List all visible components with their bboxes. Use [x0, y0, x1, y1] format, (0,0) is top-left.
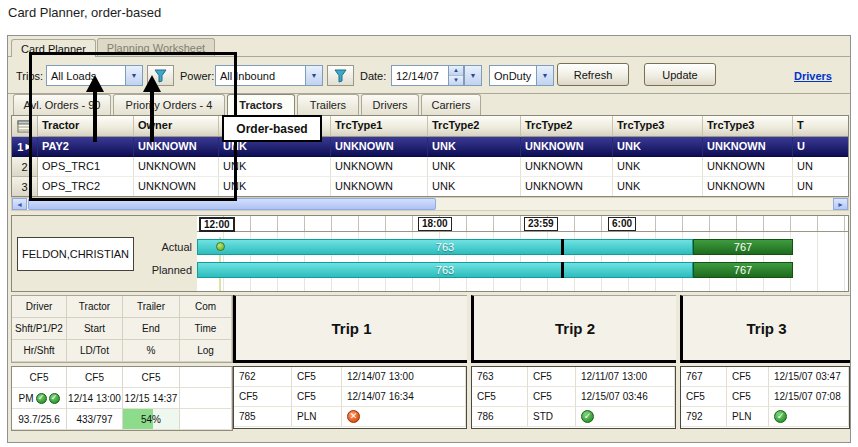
chevron-down-icon[interactable]: ▼	[536, 66, 553, 85]
trip-cell: 767	[681, 367, 727, 387]
tab-drivers[interactable]: Drivers	[361, 94, 419, 115]
grid-cell[interactable]: UNK	[613, 157, 703, 177]
date-spinner[interactable]: ▲▼	[449, 65, 464, 86]
drivers-link[interactable]: Drivers	[794, 70, 832, 82]
trip-1-title: Trip 1	[331, 320, 371, 337]
trip-1-header: Trip 1	[233, 295, 467, 363]
trip-2-details: 763 CF5 12/11/07 13:00 CF5 CF5 12/15/07 …	[471, 366, 676, 429]
grid-cell[interactable]: UNKNOWN	[703, 137, 793, 157]
column-header-trctype3[interactable]: TrcType3	[613, 116, 703, 137]
summary-header-cell: Com	[180, 296, 232, 318]
trip-cell: CF5	[727, 387, 769, 407]
driver-name-card[interactable]: FELDON,CHRISTIAN	[17, 237, 134, 271]
trip-3-title: Trip 3	[746, 320, 786, 337]
summary-cell	[180, 388, 232, 409]
grid-cell[interactable]: UNKNOWN	[703, 177, 793, 197]
screenshot-root: Card Planner, order-based Card Planner P…	[0, 0, 858, 447]
time-tick: 23:59	[524, 217, 558, 231]
timeline-ruler	[197, 216, 848, 232]
grid-cell[interactable]: UN	[793, 177, 849, 197]
scroll-left-icon[interactable]: ◄	[12, 198, 27, 210]
column-header-trctype2b[interactable]: TrcType2	[521, 116, 613, 137]
callout-arrow-line	[150, 92, 154, 142]
refresh-button[interactable]: Refresh	[557, 63, 629, 86]
shift-value: PM	[19, 393, 34, 404]
progress-percent: 54%	[141, 414, 161, 425]
summary-cell: 433/797	[67, 409, 123, 430]
column-header-trctype3b[interactable]: TrcType3	[703, 116, 793, 137]
current-position-marker-icon	[216, 242, 225, 251]
grid-cell[interactable]: UNK	[613, 177, 703, 197]
chevron-down-icon[interactable]: ▼	[305, 66, 322, 85]
callout-arrow-line	[93, 92, 97, 142]
trip-cell	[342, 407, 466, 427]
day-boundary-tick	[561, 239, 564, 255]
grid-cell[interactable]: UNKNOWN	[521, 177, 613, 197]
summary-header-cell: Time	[180, 318, 232, 340]
grid-cell[interactable]: UNKNOWN	[331, 137, 428, 157]
spin-down-icon[interactable]: ▼	[449, 76, 463, 85]
trip-cell: 12/14/07 16:34	[342, 387, 466, 407]
trip-3-header: Trip 3	[680, 295, 850, 363]
summary-cell	[180, 367, 232, 388]
time-tick: 12:00	[199, 217, 235, 232]
trip-cell: 785	[234, 407, 292, 427]
trip-cell: CF5	[292, 387, 342, 407]
grid-cell[interactable]: U	[793, 137, 849, 157]
trip-cell	[576, 407, 675, 427]
tab-carriers[interactable]: Carriers	[421, 94, 481, 115]
grid-cell[interactable]: UNK	[428, 157, 521, 177]
filter-icon	[333, 68, 349, 83]
trip-cell: CF5	[292, 367, 342, 387]
spin-up-icon[interactable]: ▲	[449, 66, 463, 76]
driver-schedule-gantt: 12:00 18:00 23:59 6:00 FELDON,CHRISTIAN …	[11, 215, 849, 292]
column-header-trctype2[interactable]: TrcType2	[428, 116, 521, 137]
grid-cell[interactable]: UNKNOWN	[331, 177, 428, 197]
row-number: 1	[17, 141, 23, 153]
tab-tractors[interactable]: Tractors	[227, 94, 295, 115]
shift-progress-bar: 54%	[123, 409, 180, 430]
trip-cell: 12/15/07 03:46	[576, 387, 675, 407]
trip-cell: CF5	[528, 367, 576, 387]
scroll-right-icon[interactable]: ►	[833, 198, 848, 210]
chevron-down-icon[interactable]: ▼	[465, 66, 481, 85]
grid-cell[interactable]: UNKNOWN	[331, 157, 428, 177]
column-header-t[interactable]: T	[793, 116, 849, 137]
actual-row-label: Actual	[134, 241, 192, 253]
planned-trip-bar[interactable]: 767	[693, 262, 793, 278]
trip-cell: 12/15/07 03:47	[769, 367, 849, 387]
trip-cell: PLN	[292, 407, 342, 427]
grid-cell[interactable]: UNKNOWN	[521, 137, 613, 157]
page-title: Card Planner, order-based	[8, 5, 161, 20]
column-header-trctype1[interactable]: TrcType1	[331, 116, 428, 137]
grid-cell[interactable]: UNK	[428, 177, 521, 197]
planned-trip-bar[interactable]: 763	[197, 262, 693, 278]
trip-status-icon	[774, 410, 787, 423]
summary-header-cell: Log	[180, 340, 232, 362]
duty-ok-icon	[49, 393, 60, 404]
callout-rectangle	[29, 52, 237, 201]
actual-trip-bar[interactable]: 763	[197, 239, 693, 255]
trip-2-title: Trip 2	[555, 320, 595, 337]
trip-3-details: 767 CF5 12/15/07 03:47 CF5 CF5 12/15/07 …	[680, 366, 850, 429]
duty-status-dropdown[interactable]: OnDuty ▼	[489, 65, 554, 86]
grid-cell[interactable]: UN	[793, 157, 849, 177]
grid-cell[interactable]: UNKNOWN	[521, 157, 613, 177]
summary-cell	[180, 409, 232, 430]
trip-cell: STD	[528, 407, 576, 427]
grid-cell[interactable]: UNK	[428, 137, 521, 157]
date-calendar-dropdown[interactable]: ▼	[464, 65, 482, 86]
update-button[interactable]: Update	[644, 63, 716, 86]
trip-cell: CF5	[472, 387, 528, 407]
summary-header-cell: LD/Tot	[67, 340, 123, 362]
trip-cell: 762	[234, 367, 292, 387]
date-field[interactable]: 12/14/07	[391, 65, 449, 86]
tab-trailers[interactable]: Trailers	[297, 94, 359, 115]
trip-cell: CF5	[727, 367, 769, 387]
grid-cell[interactable]: UNKNOWN	[703, 157, 793, 177]
grid-cell[interactable]: UNK	[613, 137, 703, 157]
planned-row-label: Planned	[134, 264, 192, 276]
power-filter-button[interactable]	[327, 65, 354, 86]
actual-trip-bar[interactable]: 767	[693, 239, 793, 255]
summary-cell-shift: PM	[12, 388, 67, 409]
